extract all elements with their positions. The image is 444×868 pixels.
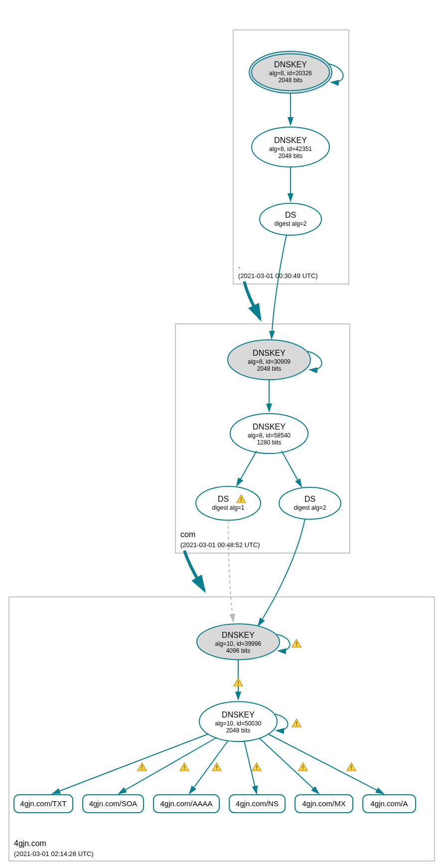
svg-text:DNSKEY: DNSKEY [253, 423, 286, 431]
svg-text:DS: DS [218, 495, 229, 503]
rrset-a: 4gjn.com/A [363, 795, 416, 813]
svg-text:4gjn.com/AAAA: 4gjn.com/AAAA [160, 799, 212, 808]
rrset-soa: 4gjn.com/SOA [83, 795, 144, 813]
rrset-aaaa: 4gjn.com/AAAA [153, 795, 219, 813]
svg-text:DNSKEY: DNSKEY [222, 631, 255, 639]
svg-text:2048 bits: 2048 bits [257, 365, 282, 372]
rrset-ns: 4gjn.com/NS [229, 795, 285, 813]
svg-text:2048 bits: 2048 bits [279, 152, 303, 159]
svg-point-11 [260, 203, 321, 235]
edge-com-ds2-leaf-ksk [258, 519, 305, 626]
svg-text:alg=10, id=50030: alg=10, id=50030 [215, 720, 262, 727]
warning-icon [252, 763, 261, 771]
zone-com: com (2021-03-01 00:48:52 UTC) DNSKEY alg… [175, 324, 350, 553]
edge-leaf-zsk-aaaa [189, 740, 228, 794]
node-com-ksk: DNSKEY alg=8, id=30909 2048 bits [228, 340, 310, 380]
edge-zone-root-com [244, 282, 260, 319]
svg-text:DNSKEY: DNSKEY [274, 60, 307, 69]
node-com-ds2: DS digest alg=2 [279, 487, 341, 519]
svg-text:4gjn.com/MX: 4gjn.com/MX [302, 799, 346, 808]
node-leaf-ksk: DNSKEY alg=10, id=39996 4096 bits [197, 624, 280, 660]
warning-icon [292, 719, 301, 727]
svg-text:alg=8, id=58540: alg=8, id=58540 [248, 432, 291, 439]
svg-text:2048 bits: 2048 bits [279, 77, 303, 84]
svg-text:4gjn.com/NS: 4gjn.com/NS [236, 799, 279, 808]
zone-root: . (2021-03-01 00:30:49 UTC) DNSKEY alg=8… [233, 30, 349, 284]
node-root-zsk: DNSKEY alg=8, id=42351 2048 bits [252, 127, 329, 167]
node-root-ds: DS digest alg=2 [260, 203, 321, 235]
edge-com-ds1-leaf-ksk [228, 520, 233, 622]
svg-text:alg=8, id=20326: alg=8, id=20326 [269, 70, 312, 77]
warning-icon [347, 763, 356, 771]
node-leaf-zsk: DNSKEY alg=10, id=50030 2048 bits [199, 702, 277, 741]
rrset-mx: 4gjn.com/MX [295, 795, 353, 813]
svg-text:alg=10, id=39996: alg=10, id=39996 [215, 640, 262, 647]
edge-leaf-zsk-soa [119, 737, 217, 794]
svg-text:DNSKEY: DNSKEY [274, 136, 307, 145]
node-com-ds1: DS digest alg=1 [196, 486, 261, 520]
node-com-zsk: DNSKEY alg=8, id=58540 1280 bits [230, 414, 308, 453]
warning-icon [234, 678, 243, 687]
svg-point-26 [279, 487, 341, 519]
zone-com-timestamp: (2021-03-01 00:48:52 UTC) [180, 541, 260, 549]
svg-text:DS: DS [304, 495, 315, 503]
zone-leaf-timestamp: (2021-03-01 02:14:28 UTC) [14, 850, 94, 858]
warning-icon [292, 639, 301, 648]
svg-text:4096 bits: 4096 bits [226, 647, 251, 654]
warning-icon [212, 763, 221, 771]
svg-text:alg=8, id=42351: alg=8, id=42351 [269, 145, 312, 152]
rrset-txt: 4gjn.com/TXT [14, 795, 73, 813]
warning-icon [180, 763, 189, 771]
zone-root-label: . [238, 261, 240, 270]
edge-com-zsk-ds2 [282, 451, 301, 487]
warning-icon [138, 763, 147, 771]
node-root-ksk: DNSKEY alg=8, id=20326 2048 bits [249, 51, 332, 93]
svg-point-23 [196, 486, 261, 520]
edge-zone-com-leaf [184, 551, 204, 590]
zone-com-label: com [180, 530, 195, 539]
svg-text:alg=8, id=30909: alg=8, id=30909 [248, 358, 291, 365]
svg-text:DNSKEY: DNSKEY [222, 711, 255, 719]
svg-text:4gjn.com/TXT: 4gjn.com/TXT [20, 799, 66, 808]
edge-com-zsk-ds1 [237, 451, 257, 486]
zone-leaf-label: 4gjn.com [14, 839, 46, 848]
svg-text:digest alg=2: digest alg=2 [274, 220, 306, 227]
svg-text:DS: DS [285, 211, 296, 219]
edge-leaf-zsk-a [268, 734, 384, 794]
svg-text:2048 bits: 2048 bits [226, 727, 251, 734]
edge-root-ds-com-ksk [272, 235, 287, 339]
svg-text:digest alg=1: digest alg=1 [212, 504, 244, 511]
warning-icon [298, 763, 307, 771]
svg-text:DNSKEY: DNSKEY [253, 349, 286, 357]
svg-text:4gjn.com/SOA: 4gjn.com/SOA [89, 799, 138, 808]
edge-leaf-zsk-mx [259, 738, 319, 794]
zone-leaf: 4gjn.com (2021-03-01 02:14:28 UTC) DNSKE… [9, 597, 435, 861]
svg-text:4gjn.com/A: 4gjn.com/A [370, 799, 408, 808]
svg-text:digest alg=2: digest alg=2 [294, 504, 326, 511]
svg-text:1280 bits: 1280 bits [257, 439, 282, 446]
